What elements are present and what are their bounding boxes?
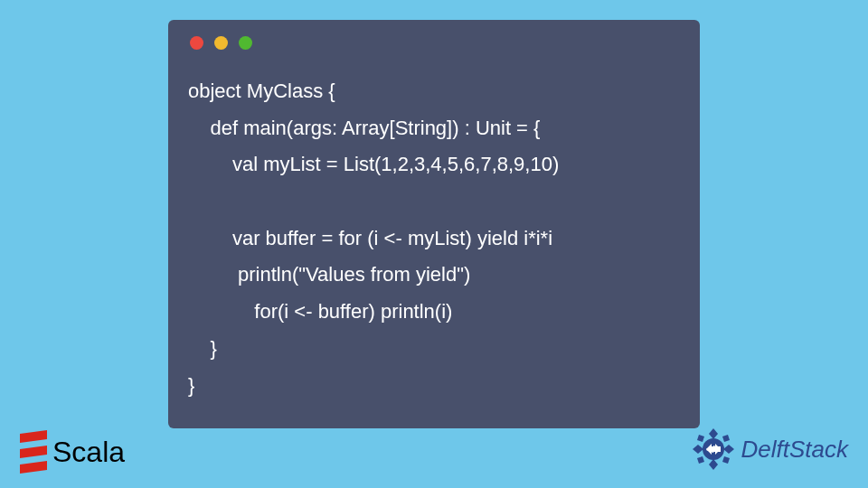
code-snippet-box: object MyClass { def main(args: Array[St… — [168, 20, 700, 428]
svg-marker-0 — [709, 428, 718, 439]
svg-marker-4 — [697, 435, 704, 442]
delftstack-logo: </> DelftStack — [691, 427, 849, 472]
svg-marker-5 — [722, 435, 730, 442]
delftstack-mark-icon: </> — [691, 427, 736, 472]
minimize-icon — [214, 36, 228, 50]
svg-marker-3 — [723, 445, 734, 454]
scala-mark-icon — [20, 432, 47, 472]
svg-text:</>: </> — [706, 444, 721, 455]
window-traffic-lights — [190, 36, 680, 50]
code-content: object MyClass { def main(args: Array[St… — [188, 73, 680, 404]
delftstack-logo-text: DelftStack — [741, 436, 849, 464]
close-icon — [190, 36, 203, 50]
scala-logo: Scala — [20, 432, 125, 472]
svg-marker-2 — [693, 445, 703, 454]
svg-marker-7 — [722, 456, 730, 464]
svg-marker-6 — [697, 456, 704, 464]
svg-marker-1 — [709, 459, 718, 470]
scala-logo-text: Scala — [52, 436, 125, 469]
maximize-icon — [239, 36, 252, 50]
